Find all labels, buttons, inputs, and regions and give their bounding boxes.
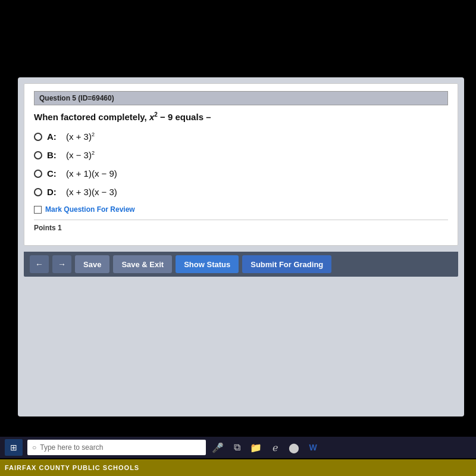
search-circle-icon: ○: [32, 443, 36, 452]
label-d: D:: [47, 187, 59, 197]
math-a: (x + 3)2: [66, 131, 95, 142]
start-button[interactable]: ⊞: [5, 439, 23, 456]
radio-a[interactable]: [34, 133, 42, 141]
bottom-toolbar: ← → Save Save & Exit Show Status Submit …: [24, 252, 458, 277]
fairfax-text: FAIRFAX COUNTY PUBLIC SCHOOLS: [5, 464, 139, 471]
review-label: Mark Question For Review: [45, 205, 135, 214]
back-button[interactable]: ←: [30, 255, 49, 273]
save-button[interactable]: Save: [75, 255, 109, 273]
fairfax-bar: FAIRFAX COUNTY PUBLIC SCHOOLS: [0, 459, 476, 476]
taskbar: ⊞ ○ Type here to search 🎤 ⧉ 📁 ℯ ⬤ W: [0, 437, 476, 458]
save-exit-button[interactable]: Save & Exit: [113, 255, 172, 273]
option-d[interactable]: D: (x + 3)(x − 3): [34, 187, 448, 197]
taskview-icon[interactable]: ⧉: [230, 440, 244, 455]
option-a[interactable]: A: (x + 3)2: [34, 131, 448, 142]
question-text-before: When factored completely,: [34, 112, 149, 122]
label-a: A:: [47, 131, 59, 142]
question-header: Question 5 (ID=69460): [34, 91, 448, 105]
search-bar[interactable]: ○ Type here to search: [27, 440, 206, 455]
radio-b[interactable]: [34, 151, 42, 159]
submit-button[interactable]: Submit For Grading: [242, 255, 331, 273]
word-icon[interactable]: W: [306, 440, 320, 455]
review-checkbox[interactable]: [34, 206, 42, 214]
screen: Question 5 (ID=69460) When factored comp…: [18, 77, 464, 416]
math-b: (x − 3)2: [66, 150, 95, 160]
folder-icon[interactable]: 📁: [249, 440, 263, 455]
show-status-button[interactable]: Show Status: [176, 255, 239, 273]
search-placeholder: Type here to search: [40, 443, 103, 452]
question-text: When factored completely, x2 − 9 equals …: [34, 111, 448, 122]
mic-icon: 🎤: [211, 440, 225, 455]
forward-button[interactable]: →: [52, 255, 71, 273]
math-c: (x + 1)(x − 9): [66, 168, 117, 178]
points-row: Points 1: [34, 220, 448, 232]
review-row[interactable]: Mark Question For Review: [34, 205, 448, 214]
label-c: C:: [47, 168, 59, 178]
radio-c[interactable]: [34, 170, 42, 178]
option-b[interactable]: B: (x − 3)2: [34, 150, 448, 160]
radio-d[interactable]: [34, 188, 42, 196]
question-variable: x2 − 9 equals –: [149, 112, 211, 122]
label-b: B:: [47, 150, 59, 160]
browser-icon[interactable]: ℯ: [268, 440, 282, 455]
chrome-icon[interactable]: ⬤: [287, 440, 301, 455]
quiz-container: Question 5 (ID=69460) When factored comp…: [24, 83, 458, 246]
option-c[interactable]: C: (x + 1)(x − 9): [34, 168, 448, 178]
math-d: (x + 3)(x − 3): [66, 187, 117, 197]
